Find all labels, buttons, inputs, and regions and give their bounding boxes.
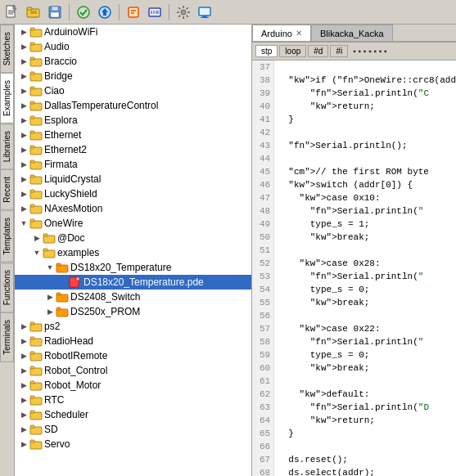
- tree-item[interactable]: ▶ Audio: [15, 39, 251, 54]
- code-line: "fn">Serial.println(": [278, 270, 456, 283]
- save-icon[interactable]: [46, 3, 64, 21]
- code-line: "kw">break;: [278, 231, 456, 244]
- svg-rect-11: [51, 12, 59, 17]
- svg-rect-63: [76, 277, 79, 281]
- tree-item[interactable]: ▶ Ethernet2: [15, 142, 251, 157]
- btn-d[interactable]: #d: [308, 45, 328, 57]
- serial-icon[interactable]: [146, 3, 164, 21]
- folder-icon: [29, 100, 43, 111]
- tree-item[interactable]: ▶ Servo: [15, 437, 251, 451]
- toolbar-separator3: [169, 4, 169, 20]
- folder-icon: [29, 335, 43, 347]
- tree-label: ArduinoWiFi: [44, 26, 97, 38]
- tab-libraries[interactable]: Libraries: [0, 123, 14, 169]
- tree-item[interactable]: ▶ Scheduler: [15, 407, 251, 422]
- tree-item[interactable]: ▶ DS250x_PROM: [15, 304, 251, 319]
- monitor-icon[interactable]: [196, 3, 214, 21]
- tab-arduino[interactable]: Arduino ✕: [252, 25, 311, 41]
- tab-terminals[interactable]: Terminals: [0, 312, 14, 362]
- tree-arrow: ▶: [44, 308, 56, 316]
- settings-icon[interactable]: [174, 3, 192, 21]
- tree-arrow: ▶: [18, 57, 29, 65]
- tree-label: SD: [44, 424, 58, 435]
- svg-rect-48: [30, 175, 34, 177]
- tree-arrow: ▶: [18, 101, 29, 110]
- svg-rect-32: [30, 57, 34, 60]
- tab-examples[interactable]: Examples: [0, 73, 14, 123]
- tree-item[interactable]: ▶ ArduinoWiFi: [15, 25, 251, 39]
- line-number: 38: [252, 74, 273, 87]
- line-number: 61: [252, 375, 273, 388]
- tree-item[interactable]: ▶ Robot_Motor: [15, 378, 251, 393]
- tree-label: examples: [57, 247, 99, 258]
- line-number: 44: [252, 152, 273, 165]
- svg-rect-69: [30, 322, 34, 325]
- line-number: 47: [252, 191, 273, 204]
- open-icon[interactable]: [25, 3, 43, 21]
- tree-item[interactable]: ▶ Esplora: [15, 113, 251, 128]
- tree-item[interactable]: ▶ NAxesMotion: [15, 201, 251, 216]
- code-line: "kw">break;: [278, 296, 456, 309]
- folder-icon: [29, 409, 43, 420]
- tree-item[interactable]: ▶ DS2408_Switch: [15, 290, 251, 304]
- tab-sketches[interactable]: Sketches: [0, 25, 14, 73]
- tab-recent[interactable]: Recent: [0, 169, 14, 210]
- line-number: 51: [252, 244, 273, 257]
- code-area[interactable]: 3738394041424344454647484950515253545556…: [252, 61, 456, 476]
- folder-icon: [29, 365, 43, 376]
- tree-item[interactable]: ▼ OneWire: [15, 216, 251, 231]
- debug-icon[interactable]: [124, 3, 142, 21]
- folder-icon: [29, 438, 43, 450]
- upload-icon[interactable]: [96, 3, 114, 21]
- tree-item[interactable]: ▶ LiquidCrystal: [15, 172, 251, 186]
- svg-rect-44: [30, 146, 34, 148]
- tree-item[interactable]: ▶ Robot_Control: [15, 363, 251, 378]
- tree-item[interactable]: ▼ examples: [15, 245, 251, 260]
- btn-i[interactable]: #i: [330, 45, 348, 57]
- tree-item[interactable]: ▶ RadioHead: [15, 334, 251, 348]
- tree-label: Scheduler: [44, 409, 88, 420]
- tree-arrow: ▶: [18, 425, 29, 433]
- tree-arrow: ▶: [18, 160, 29, 168]
- tree-item[interactable]: DS18x20_Temperature.pde: [15, 275, 251, 290]
- folder-icon: [29, 41, 43, 52]
- tree-item[interactable]: ▶ @Doc: [15, 231, 251, 245]
- tree-item[interactable]: ▶ Bridge: [15, 69, 251, 83]
- svg-rect-50: [30, 190, 34, 192]
- sidebar-tabs: Sketches Examples Libraries Recent Templ…: [0, 25, 15, 476]
- code-line: "kw">if ("fn">OneWire::crc8(add: [278, 74, 456, 87]
- tree-item[interactable]: ▶ Ethernet: [15, 128, 251, 142]
- code-line: [278, 152, 456, 165]
- folder-icon: [29, 159, 43, 170]
- tree-item[interactable]: ▶ SD: [15, 422, 251, 437]
- tab-templates[interactable]: Templates: [0, 210, 14, 263]
- tree-item[interactable]: ▶ Ciao: [15, 83, 251, 98]
- line-number: 52: [252, 257, 273, 270]
- tree-item[interactable]: ▶ ps2: [15, 319, 251, 334]
- tab-blikacka[interactable]: Blikacka_Kacka: [311, 25, 393, 41]
- tree-item[interactable]: ▶ RTC: [15, 393, 251, 407]
- tab-arduino-close[interactable]: ✕: [296, 29, 302, 38]
- tree-item[interactable]: ▶ RobotIRemote: [15, 348, 251, 363]
- folder-icon: [29, 379, 43, 391]
- verify-icon[interactable]: [74, 3, 93, 21]
- line-number: 58: [252, 335, 273, 348]
- new-icon[interactable]: [3, 3, 21, 21]
- code-content: "kw">if ("fn">OneWire::crc8(add "fn">Ser…: [274, 61, 456, 476]
- code-line: "fn">Serial.println("C: [278, 87, 456, 100]
- tree-item[interactable]: ▶ DallasTemperatureControl: [15, 98, 251, 113]
- btn-stp[interactable]: stp: [255, 45, 278, 57]
- tree-item[interactable]: ▼ DS18x20_Temperature: [15, 260, 251, 275]
- code-toolbar-extra: ▪ ▪ ▪ ▪ ▪ ▪ ▪: [353, 47, 386, 56]
- svg-rect-79: [30, 396, 34, 398]
- svg-rect-6: [27, 7, 32, 10]
- tree-item[interactable]: ▶ Braccio: [15, 54, 251, 69]
- code-line: "kw">default:: [278, 388, 456, 401]
- btn-loop[interactable]: loop: [279, 45, 306, 57]
- tab-functions[interactable]: Functions: [0, 263, 14, 312]
- tree-item[interactable]: ▶ Firmata: [15, 157, 251, 172]
- code-line: type_s = 0;: [278, 283, 456, 296]
- tree-item[interactable]: ▶ LuckyShield: [15, 186, 251, 201]
- tab-arduino-label: Arduino: [261, 29, 292, 38]
- svg-rect-30: [30, 43, 34, 45]
